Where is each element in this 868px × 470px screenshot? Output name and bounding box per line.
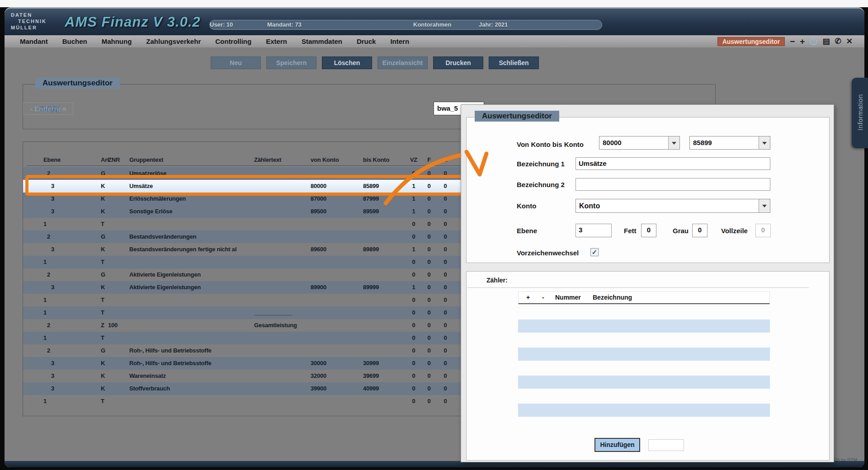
cell-f: 0 bbox=[424, 268, 434, 281]
cell-art: T bbox=[101, 306, 104, 319]
zaehler-table-header: + - Nummer Bezeichnung bbox=[518, 291, 770, 304]
zaehler-empty-row[interactable] bbox=[518, 320, 770, 333]
vollzeile-input: 0 bbox=[755, 224, 771, 237]
information-side-tab-label: Information bbox=[856, 82, 864, 143]
cell-gruppentext: Roh-, Hilfs- und Betriebsstoffe bbox=[129, 357, 212, 370]
information-side-tab[interactable]: Information bbox=[852, 78, 868, 148]
cell-gruppentext: Roh-, Hilfs- und Betriebsstoffe bbox=[129, 344, 212, 357]
chevron-down-icon[interactable] bbox=[759, 199, 770, 212]
fett-input[interactable]: 0 bbox=[641, 224, 656, 237]
cell-von-konto: 39900 bbox=[311, 382, 326, 395]
col-header-f: F bbox=[424, 154, 434, 166]
bezeichnung1-input[interactable]: Umsätze bbox=[576, 157, 770, 170]
cell-vz: 0 bbox=[408, 256, 419, 268]
hinzufuegen-button[interactable]: Hinzufügen bbox=[594, 438, 640, 452]
menu-item[interactable]: Buchen bbox=[55, 38, 94, 45]
cell-art: T bbox=[101, 218, 104, 230]
zaehler-empty-row[interactable] bbox=[518, 404, 770, 417]
cell-zaehlertext: ____________ bbox=[254, 306, 292, 319]
logo-line: MÜLLER bbox=[11, 24, 47, 31]
bezeichnung1-label: Bezeichnung 1 bbox=[517, 160, 565, 168]
cell-art: K bbox=[101, 357, 105, 370]
status-item: User: 10 bbox=[210, 20, 233, 29]
zaehler-remove-column[interactable]: - bbox=[542, 294, 544, 301]
cell-f: 0 bbox=[424, 382, 434, 395]
menu-item[interactable]: Zahlungsverkehr bbox=[139, 38, 208, 45]
cell-von-konto: 89900 bbox=[311, 281, 326, 294]
cell-bis-konto: 39699 bbox=[363, 370, 379, 382]
cell-ebene: 3 bbox=[51, 281, 78, 294]
vorzeichenwechsel-checkbox[interactable]: ✓ bbox=[590, 248, 599, 256]
zaehler-add-column[interactable]: + bbox=[526, 294, 530, 301]
zaehler-empty-row[interactable] bbox=[518, 376, 770, 389]
status-item: Mandant: 73 bbox=[267, 20, 302, 29]
bis-konto-combobox[interactable]: 85899 bbox=[689, 136, 770, 150]
cell-f: 0 bbox=[424, 205, 434, 218]
ebene-input[interactable]: 3 bbox=[576, 224, 612, 237]
cell-gruppentext: Aktivierte Eigenleistungen bbox=[129, 268, 201, 281]
menu-item[interactable]: Intern bbox=[383, 38, 416, 45]
bezeichnung2-input[interactable] bbox=[576, 178, 770, 191]
cell-art: T bbox=[101, 256, 104, 268]
cell-ebene: 2 bbox=[47, 319, 74, 332]
dialog-title: Auswertungseditor bbox=[475, 111, 559, 122]
cell-vz: 0 bbox=[408, 268, 419, 281]
grau-input[interactable]: 0 bbox=[692, 224, 708, 237]
von-konto-combobox[interactable]: 80000 bbox=[599, 136, 680, 150]
window-control-icon[interactable]: ✕ bbox=[846, 38, 853, 45]
cell-ebene: 3 bbox=[51, 243, 78, 256]
menu-item[interactable]: Stammdaten bbox=[294, 38, 349, 45]
toolbar-button[interactable]: Drucken bbox=[433, 56, 483, 69]
fett-label: Fett bbox=[624, 227, 637, 235]
chevron-down-icon[interactable] bbox=[759, 136, 770, 149]
cell-g: 0 bbox=[440, 382, 451, 395]
toolbar-button[interactable]: Speichern bbox=[266, 56, 316, 69]
toolbar-button[interactable]: Einzelansicht bbox=[377, 56, 428, 69]
cell-vz: 0 bbox=[408, 357, 419, 370]
window-control-icon[interactable]: − bbox=[790, 38, 795, 45]
cell-vz: 0 bbox=[408, 306, 419, 319]
zaehler-number-input[interactable] bbox=[648, 439, 684, 451]
cell-g: 0 bbox=[440, 357, 451, 370]
cell-vz: 0 bbox=[408, 344, 419, 357]
zaehler-empty-row[interactable] bbox=[518, 348, 770, 361]
cell-g: 0 bbox=[440, 218, 451, 230]
konto-combobox[interactable]: Konto bbox=[576, 199, 770, 213]
zaehler-col-bezeichnung: Bezeichnung bbox=[593, 294, 632, 301]
cell-f: 0 bbox=[424, 319, 434, 332]
cell-ebene: 3 bbox=[51, 205, 78, 218]
cell-vz: 0 bbox=[408, 395, 419, 408]
editor-panel-title: Auswertungseditor bbox=[35, 78, 120, 89]
chevron-down-icon[interactable] bbox=[668, 136, 679, 149]
von-bis-label: Von Konto bis Konto bbox=[517, 141, 584, 148]
window-control-icon[interactable]: + bbox=[800, 38, 805, 45]
cell-vz: 1 bbox=[408, 281, 419, 294]
add-button[interactable]: - Entfernen bbox=[23, 103, 73, 115]
window-control-icon[interactable]: ✆ bbox=[835, 38, 841, 45]
cell-g: 0 bbox=[440, 268, 451, 281]
active-module-badge: Auswertungseditor bbox=[717, 37, 785, 46]
cell-art: G bbox=[101, 344, 105, 357]
cell-art: K bbox=[101, 243, 105, 256]
window-control-icon[interactable]: ? bbox=[810, 38, 817, 45]
cell-art: K bbox=[101, 281, 105, 294]
menu-item[interactable]: Druck bbox=[349, 38, 383, 45]
cell-ebene: 1 bbox=[43, 256, 71, 268]
menu-item[interactable]: Mandant bbox=[13, 38, 55, 45]
toolbar-button[interactable]: Neu bbox=[211, 56, 261, 69]
menu-item[interactable]: Controlling bbox=[208, 38, 259, 45]
bezeichnung2-label: Bezeichnung 2 bbox=[517, 181, 565, 188]
cell-ebene: 2 bbox=[47, 344, 74, 357]
toolbar-button[interactable]: Löschen bbox=[322, 56, 372, 69]
menu-item[interactable]: Mahnung bbox=[94, 38, 139, 45]
menu-item[interactable]: Extern bbox=[259, 38, 294, 45]
cell-g: 0 bbox=[440, 294, 451, 306]
cell-vz: 1 bbox=[408, 243, 419, 256]
cell-bis-konto: 30999 bbox=[363, 357, 379, 370]
col-header-zaehlertext: Zählertext bbox=[254, 154, 281, 166]
cell-ebene: 1 bbox=[43, 332, 71, 344]
window-control-icon[interactable]: ▤ bbox=[822, 38, 830, 45]
toolbar-button[interactable]: Schließen bbox=[489, 56, 539, 69]
col-header-vz: VZ bbox=[408, 154, 419, 166]
cell-ebene: 3 bbox=[51, 382, 78, 395]
